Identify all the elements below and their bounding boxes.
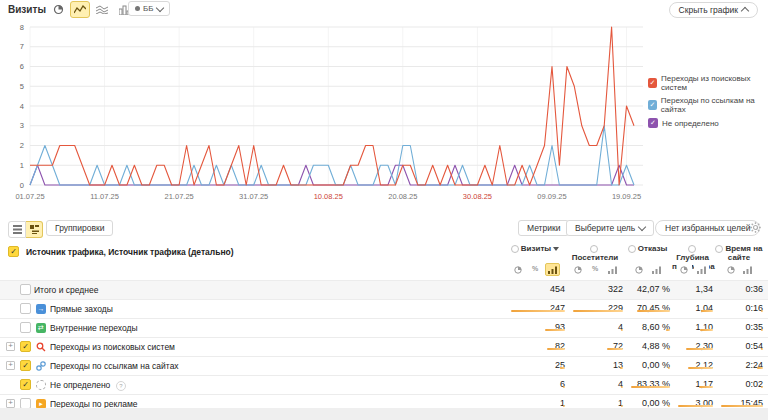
legend-label: Не определено xyxy=(662,119,719,128)
bars-toggle-icon[interactable] xyxy=(740,263,755,276)
groupings-label: Группировки xyxy=(55,223,104,233)
row-label[interactable]: Внутренние переходы xyxy=(50,323,138,333)
row-label[interactable]: Переходы из поисковых систем xyxy=(50,342,175,352)
table-row: ⇄Внутренние переходы9348,60 %1,100:35 xyxy=(0,318,768,337)
histogram-bar xyxy=(621,386,623,388)
series-line xyxy=(30,126,634,185)
legend-checkbox[interactable]: ✓ xyxy=(648,78,657,88)
gear-icon[interactable] xyxy=(750,222,761,233)
row-checkbox[interactable] xyxy=(20,322,31,333)
histogram-bar xyxy=(607,348,623,350)
histogram-bar xyxy=(573,310,623,312)
y-axis-tick-label: 5 xyxy=(20,82,24,91)
histogram-bar xyxy=(686,348,713,350)
row-label[interactable]: Переходы по ссылкам на сайтах xyxy=(50,361,179,371)
value-cell: 93 xyxy=(505,322,565,332)
histogram-bar xyxy=(668,405,670,407)
metrics-button[interactable]: Метрики xyxy=(518,220,569,236)
legend-label: Переходы из поисковых систем xyxy=(661,74,768,92)
table-row: +✓Переходы по ссылкам на сайтах25130,00 … xyxy=(0,356,768,375)
groupings-button[interactable]: Группировки xyxy=(46,220,113,236)
segment-dropdown[interactable]: ББ xyxy=(128,1,170,16)
no-goals-button[interactable]: Нет избранных целей xyxy=(655,220,760,236)
bars-toggle-icon[interactable] xyxy=(605,263,620,276)
chart-toolbar: Визиты ББ Скрыть график xyxy=(0,0,768,22)
row-label[interactable]: Итого и среднее xyxy=(34,285,98,295)
row-label[interactable]: Не определено xyxy=(50,380,110,390)
row-checkbox[interactable]: ✓ xyxy=(20,360,31,371)
metric-radio[interactable] xyxy=(688,245,696,253)
histogram-bar xyxy=(547,348,565,350)
value-cell: 0:02 xyxy=(715,379,763,389)
help-icon[interactable]: ? xyxy=(116,381,126,391)
metric-radio[interactable] xyxy=(628,245,636,253)
choose-goal-dropdown[interactable]: Выберите цель xyxy=(566,220,654,236)
row-checkbox[interactable]: ✓ xyxy=(20,341,31,352)
column-header-label: Посетители xyxy=(572,253,619,262)
histogram-bar xyxy=(637,310,670,312)
legend-checkbox[interactable]: ✓ xyxy=(648,100,657,110)
legend-item[interactable]: ✓Переходы по ссылкам на сайтах xyxy=(648,96,768,114)
table-row: →Прямые заходы24722970,45 %1,040:16 xyxy=(0,299,768,318)
legend-item[interactable]: ✓Переходы из поисковых систем xyxy=(648,74,768,92)
page-title: Визиты xyxy=(8,4,46,15)
column-header-3[interactable]: Отказы xyxy=(625,244,670,253)
column-header-1[interactable]: Визиты% xyxy=(505,244,565,253)
legend-checkbox[interactable]: ✓ xyxy=(648,118,658,128)
metrics-label: Метрики xyxy=(527,223,560,233)
column-header-2[interactable]: Посетители% xyxy=(567,244,623,262)
column-header-label: Визиты xyxy=(521,244,551,253)
column-header-4[interactable]: Глубина просмотра xyxy=(672,244,713,272)
chevron-down-icon xyxy=(638,223,646,231)
pie-toggle-icon[interactable] xyxy=(723,263,738,276)
bars-toggle-icon[interactable] xyxy=(545,263,560,276)
hide-chart-button[interactable]: Скрыть график xyxy=(669,2,758,18)
expand-icon[interactable]: + xyxy=(6,342,15,351)
bars-toggle-icon[interactable] xyxy=(649,263,664,276)
row-checkbox[interactable] xyxy=(20,284,31,295)
cell-value: 0:36 xyxy=(745,284,763,294)
value-cell: 0:54 xyxy=(715,341,763,351)
percent-toggle-icon[interactable]: % xyxy=(528,263,543,276)
row-label[interactable]: Прямые заходы xyxy=(50,304,113,314)
expand-icon[interactable]: + xyxy=(6,399,15,408)
pie-toggle-icon[interactable] xyxy=(511,263,526,276)
y-axis-tick-label: 4 xyxy=(20,102,24,111)
area-chart-icon[interactable] xyxy=(92,1,112,18)
pie-toggle-icon[interactable] xyxy=(677,263,692,276)
pie-chart-icon[interactable] xyxy=(48,1,68,18)
metric-radio[interactable] xyxy=(590,245,598,253)
table-toolbar: Группировки Метрики Выберите цель Нет из… xyxy=(0,218,768,242)
row-checkbox[interactable]: ✓ xyxy=(20,379,31,390)
table-view-icon[interactable] xyxy=(8,221,26,238)
y-axis-tick-label: 3 xyxy=(20,121,24,130)
legend-item[interactable]: ✓Не определено xyxy=(648,118,768,128)
x-axis-tick-label: 30.08.25 xyxy=(463,192,492,201)
search-icon xyxy=(36,342,46,352)
histogram-bar xyxy=(621,405,623,407)
hide-chart-label: Скрыть график xyxy=(679,5,738,15)
bars-toggle-icon[interactable] xyxy=(694,263,709,276)
expand-icon[interactable]: + xyxy=(6,361,15,370)
line-chart-icon[interactable] xyxy=(70,1,90,18)
internal-icon: ⇄ xyxy=(36,323,46,333)
row-checkbox[interactable] xyxy=(20,303,31,314)
value-cell: 13 xyxy=(567,360,623,370)
metric-display-toggles: % xyxy=(505,263,565,276)
pie-toggle-icon[interactable] xyxy=(571,263,586,276)
chart-legend: ✓Переходы из поисковых систем✓Переходы п… xyxy=(648,74,768,128)
metric-radio[interactable] xyxy=(511,245,519,253)
metric-radio[interactable] xyxy=(715,245,723,253)
value-cell: 15:45 xyxy=(715,398,763,408)
table-row: ✓Не определено?6483,33 %1,170:02 xyxy=(0,375,768,394)
value-cell: 1,34 xyxy=(672,284,713,294)
value-cell: 2,12 xyxy=(672,360,713,370)
column-header-5[interactable]: Время на сайте xyxy=(715,244,763,262)
pie-toggle-icon[interactable] xyxy=(632,263,647,276)
percent-toggle-icon[interactable]: % xyxy=(588,263,603,276)
tree-view-icon[interactable] xyxy=(26,221,43,238)
value-cell: 83,33 % xyxy=(625,379,670,389)
traffic-sources-table: Итого и среднее45432242,07 %1,340:36→Пря… xyxy=(0,280,768,413)
metric-display-toggles xyxy=(625,263,670,276)
dot-icon xyxy=(135,6,140,11)
